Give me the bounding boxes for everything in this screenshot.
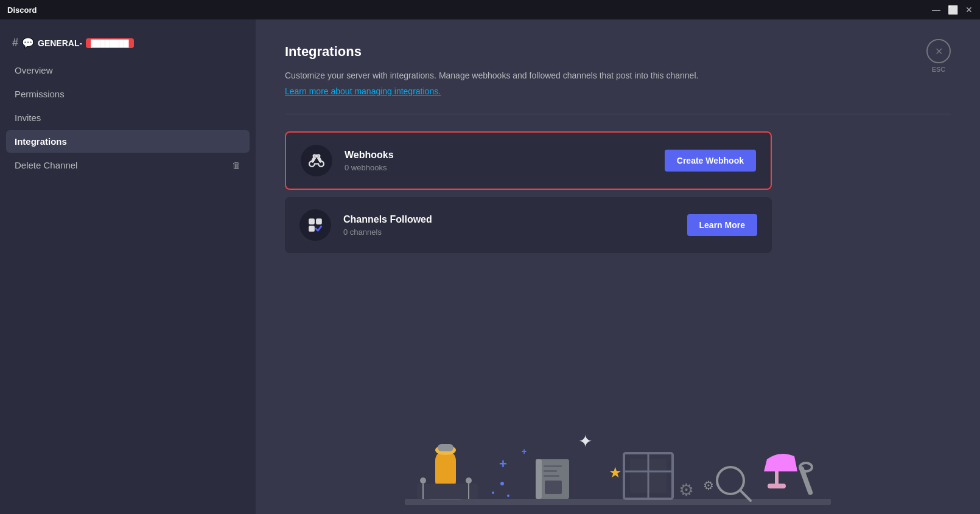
svg-point-0 [315,155,318,158]
minimize-button[interactable]: — [932,5,940,15]
sidebar-item-permissions[interactable]: Permissions [6,83,250,105]
webhooks-title: Webhooks [345,150,653,161]
create-webhook-button[interactable]: Create Webhook [665,150,756,172]
svg-rect-20 [544,475,559,477]
svg-rect-18 [544,465,562,467]
sidebar-item-label: Permissions [15,89,65,99]
svg-rect-19 [544,470,557,472]
sidebar-item-label: Invites [15,113,41,123]
channels-followed-icon-wrap [299,209,331,241]
sidebar-item-overview[interactable]: Overview [6,59,250,82]
webhooks-count: 0 webhooks [345,163,653,172]
channel-name: GENERAL- [38,38,82,48]
channel-badge: ████████ [86,38,133,48]
learn-more-button[interactable]: Learn More [687,214,757,236]
app-title: Discord [7,5,37,15]
svg-point-35 [800,463,812,471]
svg-point-30 [717,467,744,494]
channels-followed-info: Channels Followed 0 channels [343,214,675,237]
svg-point-37 [507,495,509,497]
page-description: Customize your server with integrations.… [285,69,760,82]
svg-point-12 [466,478,472,484]
window-controls: — ⬜ ✕ [932,5,973,15]
svg-rect-32 [775,471,779,484]
webhooks-icon-wrap [301,145,332,176]
esc-circle-icon: ✕ [926,39,951,63]
webhooks-info: Webhooks 0 webhooks [345,150,653,172]
close-button[interactable]: ✕ [965,5,973,15]
channels-followed-card: Channels Followed 0 channels Learn More [285,197,772,253]
learn-more-link[interactable]: Learn more about managing integrations. [285,86,441,96]
svg-text:⚙: ⚙ [703,479,714,492]
svg-text:⚙: ⚙ [679,481,694,499]
svg-point-36 [500,482,504,485]
svg-rect-4 [405,499,831,505]
channels-followed-icon [307,217,323,233]
svg-point-7 [435,445,456,455]
app-body: # 💬 GENERAL- ████████ Overview Permissio… [0,19,980,514]
svg-rect-16 [536,459,569,499]
channels-count: 0 channels [343,227,675,237]
esc-button[interactable]: ✕ ESC [926,39,951,73]
svg-rect-25 [630,459,667,493]
svg-rect-9 [417,484,478,499]
svg-text:✦: ✦ [578,432,592,451]
illustration-area: + + ✦ ★ [256,392,980,514]
section-divider [285,114,951,114]
svg-rect-2 [316,218,322,224]
svg-rect-3 [309,226,315,232]
svg-rect-24 [624,453,673,499]
sidebar-item-label: Integrations [15,136,67,147]
trash-icon: 🗑 [232,160,241,170]
channel-hash-icon: # [12,36,18,49]
channels-followed-title: Channels Followed [343,214,675,225]
main-content: ✕ ESC Integrations Customize your server… [256,19,980,514]
svg-rect-21 [545,481,562,494]
svg-rect-6 [435,450,456,491]
svg-rect-17 [536,459,542,499]
svg-text:★: ★ [609,464,622,481]
svg-rect-8 [438,444,453,451]
svg-text:+: + [522,446,527,456]
sidebar-item-delete-channel[interactable]: Delete Channel 🗑 [6,154,250,176]
svg-point-10 [420,478,426,484]
svg-rect-34 [799,465,814,496]
maximize-button[interactable]: ⬜ [948,5,958,15]
esc-label: ESC [932,66,946,73]
svg-line-31 [741,491,751,501]
sidebar-item-invites[interactable]: Invites [6,106,250,129]
sidebar-item-label: Delete Channel [15,160,77,170]
channel-header: # 💬 GENERAL- ████████ [6,32,250,54]
svg-rect-33 [768,484,786,488]
webhooks-card: Webhooks 0 webhooks Create Webhook [285,131,772,190]
sidebar: # 💬 GENERAL- ████████ Overview Permissio… [0,19,256,514]
svg-text:+: + [499,456,507,471]
sidebar-item-integrations[interactable]: Integrations [6,130,250,153]
svg-rect-5 [429,490,462,499]
sidebar-item-label: Overview [15,65,53,75]
webhook-icon [309,153,324,168]
chat-icon: 💬 [22,37,34,49]
decorative-illustration: + + ✦ ★ [405,405,831,514]
svg-point-38 [492,491,494,494]
titlebar: Discord — ⬜ ✕ [0,0,980,19]
page-title: Integrations [285,44,951,60]
svg-rect-1 [309,218,315,224]
